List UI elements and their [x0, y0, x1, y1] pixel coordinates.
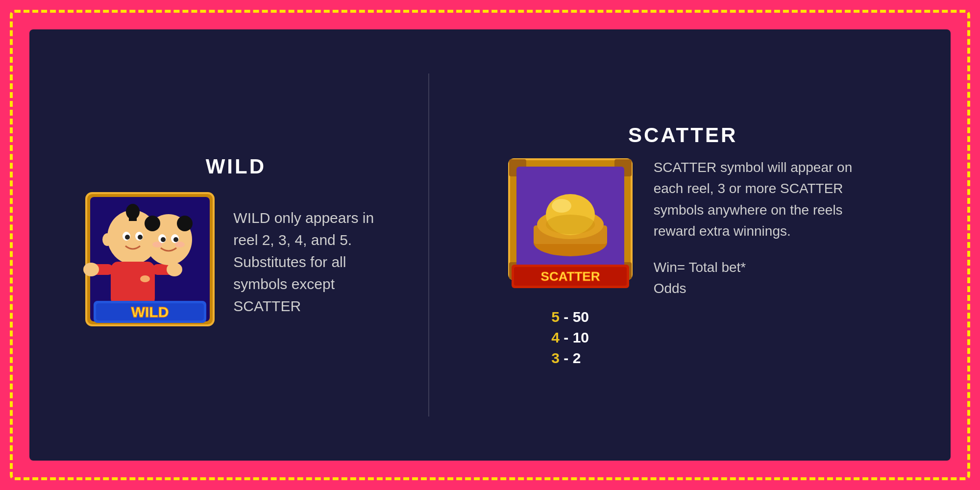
svg-point-22	[173, 237, 178, 242]
svg-text:WILD: WILD	[131, 304, 169, 320]
svg-point-26	[140, 275, 150, 282]
svg-point-13	[83, 263, 99, 276]
svg-point-18	[177, 216, 193, 231]
svg-point-40	[552, 199, 571, 213]
section-divider	[428, 74, 429, 416]
svg-rect-11	[111, 262, 155, 306]
svg-point-24	[175, 242, 185, 247]
svg-point-41	[546, 215, 595, 234]
odds-row-4: 4 - 10	[551, 329, 589, 346]
svg-text:SCATTER: SCATTER	[540, 269, 600, 284]
odds-row-3: 3 - 2	[551, 350, 589, 367]
odds-count-3: 3	[551, 350, 560, 366]
wild-description: WILD only appears in reel 2, 3, 4, and 5…	[233, 207, 390, 317]
scatter-right: SCATTER symbol will appear on each reel,…	[654, 157, 859, 299]
outer-border: WILD	[10, 10, 970, 480]
svg-point-8	[138, 235, 143, 240]
odds-value-4: 10	[573, 329, 589, 345]
scatter-left: SCATTER 5 - 50 4 - 10	[507, 157, 634, 367]
scatter-description: SCATTER symbol will appear on each reel,…	[654, 157, 859, 242]
svg-point-21	[161, 237, 166, 242]
odds-value-5: 50	[573, 309, 589, 325]
odds-row-5: 5 - 50	[551, 309, 589, 325]
odds-count-5: 5	[551, 309, 560, 325]
info-panel: WILD	[29, 29, 951, 461]
scatter-title: SCATTER	[628, 123, 737, 147]
odds-value-3: 2	[573, 350, 581, 366]
win-text: Win= Total bet* Odds	[654, 257, 859, 299]
svg-point-23	[152, 242, 162, 247]
odds-count-4: 4	[551, 329, 560, 345]
wild-symbol: WILD	[81, 188, 219, 335]
svg-point-17	[145, 216, 160, 231]
wild-title: WILD	[206, 155, 266, 178]
wild-content: WILD WILD only appears in reel 2, 3, 4, …	[81, 188, 390, 335]
svg-point-9	[102, 233, 112, 246]
scatter-content: SCATTER 5 - 50 4 - 10	[507, 157, 859, 367]
svg-point-7	[125, 235, 130, 240]
scatter-odds: 5 - 50 4 - 10 3 - 2	[551, 309, 589, 367]
wild-section: WILD	[64, 155, 407, 335]
scatter-section: SCATTER	[450, 123, 916, 367]
scatter-symbol: SCATTER	[507, 157, 634, 294]
svg-rect-4	[129, 211, 137, 221]
